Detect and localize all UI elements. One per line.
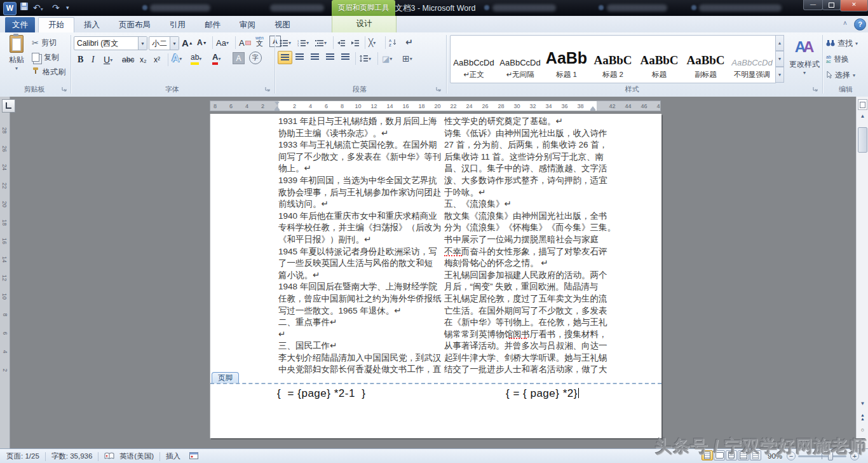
highlight-color-button[interactable]: ab▾ (191, 52, 201, 66)
text-line[interactable]: 协助王主编《读书杂志》。↵ (278, 128, 447, 140)
paragraph-dialog-launcher[interactable] (435, 86, 442, 92)
macro-record-icon[interactable] (189, 452, 198, 460)
line-spacing-button[interactable]: ▾ (360, 52, 371, 66)
font-color-button[interactable]: A▾ (212, 52, 220, 66)
text-line[interactable]: 篇小说。↵ (278, 270, 447, 282)
browse-object-icon[interactable]: ○ (858, 427, 867, 433)
text-effects-button[interactable]: A▾ (172, 52, 182, 66)
text-line[interactable]: 性文学史的研究奠定了基础。↵ (444, 116, 622, 128)
text-line[interactable]: 从事著译活动。并曾多次与吕叔湘、向达一 (444, 340, 622, 352)
page-indicator[interactable]: 页面: 1/25 (6, 452, 39, 461)
vertical-ruler[interactable]: 282624222018161412108642 (0, 97, 10, 448)
text-line[interactable]: 前线访问。↵ (278, 198, 447, 211)
text-line[interactable]: 专科学校任教，并主编《扫荡报》（后改为 (278, 222, 447, 234)
show-hide-mark-button[interactable]: ↵ (405, 35, 413, 49)
text-line[interactable]: 锡常常到英博物馆阅书厅看书，搜集材料， (444, 329, 622, 341)
text-line[interactable]: 任教，曾应中国新闻社之约为海外华侨报纸 (278, 293, 447, 305)
change-case-button[interactable]: Aa▾ (216, 36, 229, 50)
text-line[interactable]: 1948 年回国后在暨南大学、上海财经学院 (278, 281, 447, 293)
undo-icon[interactable]: ↶▾ (33, 2, 43, 15)
text-line[interactable]: 《和平日报》）副刊。↵ (278, 234, 447, 246)
style-item[interactable]: AaBbC 副标题 (682, 36, 729, 83)
multilevel-list-button[interactable]: ▾ (315, 36, 327, 50)
align-right-button[interactable] (308, 51, 322, 63)
ribbon-tab[interactable]: 邮件 (195, 17, 230, 32)
text-line[interactable]: ↵ (278, 329, 447, 341)
cut-button[interactable]: ✂ 剪切 (32, 36, 57, 49)
text-line[interactable]: 物上。↵ (278, 163, 447, 175)
copy-button[interactable]: 复制 (32, 51, 59, 64)
text-line[interactable]: 五、《流浪集》↵ (444, 198, 622, 211)
asian-layout-button[interactable]: ╳▾ (369, 36, 376, 50)
superscript-button[interactable]: x² (154, 53, 160, 67)
format-painter-button[interactable]: 格式刷 (32, 66, 65, 78)
gallery-more-icon[interactable]: ▼ (775, 67, 784, 83)
horizontal-ruler[interactable]: 8642 2468101214161820222426283032343638 … (210, 100, 661, 111)
footer-field-code-left[interactable]: { = {page} *2-1 } (277, 387, 365, 400)
left-text-column[interactable]: 1931 年赴日与王礼锡结婚，数月后回上海协助王主编《读书杂志》。↵1933 年… (278, 116, 447, 376)
align-center-button[interactable] (293, 51, 306, 63)
font-dialog-launcher[interactable] (264, 86, 271, 92)
text-line[interactable]: 中央党部妇女部长何香凝处做文书工作，直 (278, 364, 447, 376)
text-line[interactable]: 泼、大多数诗作形式整齐，诗句押韵，适宜 (444, 175, 622, 187)
text-line[interactable]: 结交了一批进步人士和著名活动家，做了大 (444, 364, 622, 376)
borders-button[interactable]: ⊞▾ (402, 52, 412, 66)
increase-indent-button[interactable] (351, 36, 360, 50)
italic-button[interactable]: I (92, 53, 95, 67)
text-line[interactable]: 于吟咏。↵ (444, 187, 622, 199)
text-line[interactable]: 写过一些散文。1965 年退休。↵ (278, 305, 447, 317)
text-line[interactable]: 不幸而奋斗的女性形象，描写了对挚友石评 (444, 246, 622, 258)
text-line[interactable]: 1933 年与王礼锡流亡英国伦敦。在国外期 (278, 139, 447, 151)
text-line[interactable]: 27 首，分为前、后两集，前集收诗 26 首， (444, 139, 622, 151)
close-button[interactable]: ✕ (840, 0, 868, 11)
replace-button[interactable]: abac 替换 (826, 53, 849, 66)
ribbon-tab[interactable]: 审阅 (230, 17, 265, 32)
left-indent-marker[interactable] (275, 109, 280, 111)
word-logo-icon[interactable]: W (3, 2, 17, 15)
select-button[interactable]: 选择▾ (826, 69, 855, 81)
text-line[interactable]: 王礼锡定居伦敦，度过了五年卖文为生的流 (444, 293, 622, 305)
text-line[interactable]: 1931 年赴日与王礼锡结婚，数月后回上海 (278, 116, 447, 128)
style-item[interactable]: AaBb 标题 1 (543, 36, 590, 83)
subscript-button[interactable]: x₂ (140, 53, 147, 67)
decrease-indent-button[interactable] (337, 36, 346, 50)
style-item[interactable]: AaBbCcDd 不明显强调 (729, 36, 775, 83)
ribbon-tab[interactable]: 插入 (74, 17, 109, 32)
paste-button[interactable]: 粘贴 ▾ (5, 35, 28, 71)
bold-button[interactable]: B (78, 53, 83, 67)
minimize-ribbon-icon[interactable]: ˄ (840, 20, 850, 29)
language-indicator[interactable]: 英语(美国) (119, 452, 154, 461)
first-line-indent-marker[interactable] (275, 102, 280, 105)
text-line[interactable]: 亡生活。在国外期间写了不少散文，多发表 (444, 305, 622, 317)
tab-selector[interactable] (2, 99, 15, 113)
character-shading-button[interactable]: A (233, 52, 245, 64)
ribbon-tab[interactable]: 页面布局 (109, 17, 160, 32)
text-line[interactable]: 分为《流浪集》《怀梅集》《而今集》三集。 (444, 222, 622, 234)
shrink-font-button[interactable]: A▼ (197, 36, 207, 50)
style-item[interactable]: AaBbC 标题 2 (590, 36, 636, 83)
ribbon-tab[interactable]: 视图 (265, 17, 300, 32)
text-line[interactable]: 梅刻骨铭心的怀念之情。 ↵ (444, 258, 622, 270)
underline-button[interactable]: U▾ (104, 53, 112, 67)
text-line[interactable]: 1940 年后他在重庆市女中和重庆求精商业 (278, 211, 447, 223)
text-line[interactable]: 书中展示了一位竭力摆脱黑暗社会与家庭 (444, 234, 622, 246)
scrollbar-thumb[interactable] (858, 127, 867, 153)
insert-mode-indicator[interactable]: 插入 (166, 452, 180, 461)
text-line[interactable]: 二、重点事件↵ (278, 317, 447, 329)
minimize-button[interactable]: — (803, 0, 823, 10)
help-icon[interactable]: ? (854, 18, 866, 31)
qat-more-icon[interactable]: ▾ (66, 2, 69, 13)
scroll-down-icon[interactable]: ▼ (858, 401, 867, 406)
style-item[interactable]: AaBbCcDd ↵正文 (451, 36, 497, 83)
justify-button[interactable] (323, 51, 337, 63)
document-page[interactable]: 1931 年赴日与王礼锡结婚，数月后回上海协助王主编《读书杂志》。↵1933 年… (210, 114, 661, 438)
gallery-down-icon[interactable]: ▼ (775, 51, 784, 67)
text-line[interactable]: 起到牛津大学、剑桥大学听课。她与王礼锡 (444, 352, 622, 364)
styles-dialog-launcher[interactable] (812, 86, 818, 92)
text-line[interactable]: 李大钊介绍陆晶清加入中国国民党，到武汉 (278, 352, 447, 364)
restore-button[interactable] (822, 0, 841, 10)
proofing-icon[interactable] (104, 452, 114, 461)
distribute-button[interactable] (339, 51, 352, 63)
bullets-button[interactable]: ▾ (280, 36, 291, 50)
previous-page-icon[interactable]: ▲▲ (858, 413, 867, 421)
